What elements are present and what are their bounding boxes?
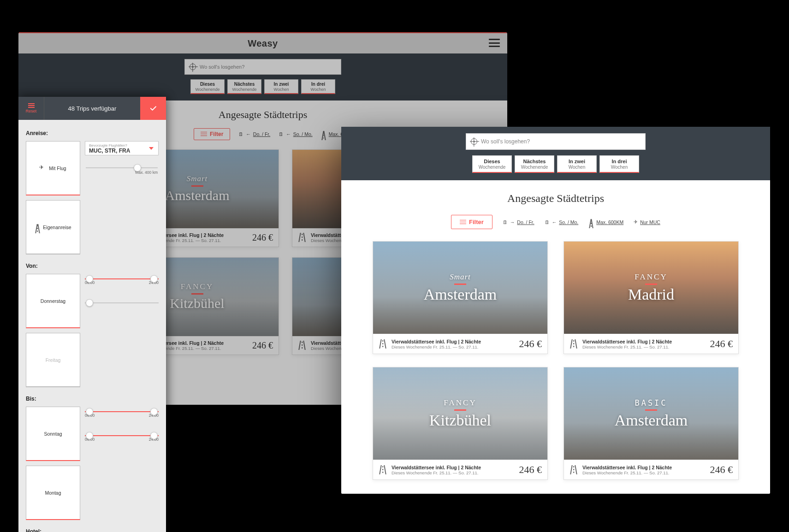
distance-slider[interactable]: Max. 400 km — [85, 160, 159, 175]
card-city: Amsterdam — [424, 286, 497, 303]
road-icon — [588, 219, 594, 225]
brand-logo: Weasy — [248, 38, 278, 49]
road-icon — [570, 339, 578, 349]
road-icon — [570, 465, 578, 474]
airport-value: MUC, STR, FRA — [89, 148, 154, 154]
sliders-icon — [460, 220, 466, 225]
card-city: Amsterdam — [165, 188, 230, 203]
search-placeholder: Wo soll's losgehen? — [481, 138, 530, 145]
plane-icon — [40, 165, 46, 171]
search-input[interactable]: Wo soll's losgehen? — [466, 133, 646, 150]
section-von-label: Von: — [26, 263, 159, 269]
date-pill[interactable]: NächstesWochenende — [515, 155, 554, 173]
sliders-icon — [201, 132, 207, 136]
target-icon — [190, 64, 196, 70]
calendar-icon: 🗓 — [503, 219, 508, 225]
plane-icon: ✈ — [634, 219, 638, 225]
reset-button[interactable]: Reset — [18, 97, 44, 120]
time-slider-von-2[interactable] — [85, 298, 159, 305]
accent-underline — [454, 284, 466, 285]
content: Angesagte Städtetrips Filter 🗓→Do. / Fr.… — [341, 180, 770, 494]
card-price: 246 € — [710, 338, 733, 350]
trip-card[interactable]: FANCY Madrid Vierwaldstättersee inkl. Fl… — [564, 241, 739, 354]
time-slider-von-1[interactable]: 06:0024:00 — [85, 274, 159, 285]
date-pill[interactable]: In zweiWochen — [264, 79, 298, 94]
road-icon — [35, 224, 40, 231]
road-icon — [379, 339, 387, 349]
window-foreground: Wo soll's losgehen? DiesesWochenende Näc… — [341, 127, 770, 494]
time-slider-bis-1[interactable]: 06:0024:00 — [85, 407, 159, 418]
search-input[interactable]: Wo soll's losgehen? — [184, 59, 341, 75]
option-montag[interactable]: Montag — [26, 466, 80, 520]
card-price: 246 € — [252, 232, 273, 243]
chip-distance[interactable]: Max. 600KM — [588, 219, 623, 225]
card-grid: Smart Amsterdam Vierwaldstättersee inkl.… — [373, 241, 739, 480]
card-price: 246 € — [519, 338, 542, 350]
date-pill-row: DiesesWochenende NächstesWochenende In z… — [190, 79, 335, 94]
chevron-down-icon — [149, 147, 154, 150]
accent-underline — [645, 284, 657, 285]
card-city: Madrid — [628, 286, 674, 303]
check-icon — [149, 104, 157, 112]
filter-summary-row: Filter 🗓→Do. / Fr. 🗓←So. / Mo. Max. 600K… — [451, 215, 660, 229]
chip-depart[interactable]: 🗓→Do. / Fr. — [503, 219, 534, 225]
card-price: 246 € — [710, 464, 733, 476]
section-hotel-label: Hotel: — [26, 528, 159, 532]
accent-underline — [645, 409, 657, 411]
date-pill[interactable]: NächstesWochenende — [227, 79, 261, 94]
filter-panel-header: Reset 48 Trips verfügbar — [18, 97, 166, 120]
accent-underline — [454, 409, 466, 411]
date-pill[interactable]: In dreiWochen — [599, 155, 639, 173]
card-city: Kitzbühel — [429, 412, 491, 429]
option-freitag[interactable]: Freitag — [26, 333, 80, 387]
date-pill-row: DiesesWochenende NächstesWochenende In z… — [472, 155, 639, 173]
section-anreise-label: Anreise: — [26, 130, 159, 136]
date-pill[interactable]: DiesesWochenende — [472, 155, 512, 173]
road-icon — [298, 233, 306, 242]
card-city: Amsterdam — [615, 412, 688, 429]
chip-depart[interactable]: 🗓←Do. / Fr. — [238, 131, 270, 137]
chip-return[interactable]: 🗓←So. / Mo. — [279, 131, 313, 137]
titlebar: Weasy — [18, 32, 507, 53]
option-mit-flug[interactable]: Mit Flug — [26, 141, 80, 195]
option-donnerstag[interactable]: Donnerstag — [26, 274, 80, 328]
menu-icon[interactable] — [489, 39, 500, 47]
trip-card[interactable]: FANCY Kitzbühel Vierwaldstättersee inkl.… — [373, 367, 548, 480]
apply-button[interactable] — [140, 97, 166, 120]
accent-underline — [191, 185, 203, 187]
chip-return[interactable]: 🗓←So. / Mo. — [545, 219, 579, 225]
airport-select[interactable]: Bevorzugte Flughäfen? MUC, STR, FRA — [85, 141, 159, 155]
filter-button[interactable]: Filter — [451, 215, 492, 229]
card-tag: FANCY — [444, 398, 476, 408]
card-price: 246 € — [252, 340, 273, 351]
road-icon — [379, 465, 387, 474]
trip-card[interactable]: Smart Amsterdam Vierwaldstättersee inkl.… — [373, 241, 548, 354]
calendar-icon: 🗓 — [279, 131, 284, 137]
card-tag: FANCY — [181, 282, 214, 291]
chip-airport[interactable]: ✈Nur MUC — [634, 219, 660, 225]
road-icon — [298, 341, 306, 350]
filter-button[interactable]: Filter — [194, 128, 230, 140]
card-tag: Smart — [187, 174, 208, 183]
section-bis-label: Bis: — [26, 396, 159, 402]
time-slider-bis-2[interactable]: 06:0024:00 — [85, 431, 159, 442]
card-price: 246 € — [519, 464, 542, 476]
accent-underline — [191, 293, 203, 295]
search-placeholder: Wo soll's losgehen? — [200, 64, 244, 70]
sliders-icon — [28, 103, 35, 108]
filter-panel: Reset 48 Trips verfügbar Anreise: Mit Fl… — [18, 97, 166, 532]
option-eigenanreise[interactable]: Eigenanreise — [26, 200, 80, 254]
airport-hint: Bevorzugte Flughäfen? — [89, 143, 154, 148]
trip-card[interactable]: BASIC Amsterdam Vierwaldstättersee inkl.… — [564, 367, 739, 480]
option-sonntag[interactable]: Sonntag — [26, 407, 80, 461]
searchbar: Wo soll's losgehen? DiesesWochenende Näc… — [341, 127, 770, 180]
page-title: Angesagte Städtetrips — [507, 192, 604, 205]
date-pill[interactable]: In dreiWochen — [301, 79, 335, 94]
date-pill[interactable]: In zweiWochen — [557, 155, 597, 173]
calendar-icon: 🗓 — [545, 219, 550, 225]
card-tag: Smart — [450, 272, 471, 282]
date-pill[interactable]: DiesesWochenende — [190, 79, 225, 94]
card-tag: FANCY — [635, 272, 667, 282]
calendar-icon: 🗓 — [238, 131, 243, 137]
target-icon — [471, 138, 477, 145]
